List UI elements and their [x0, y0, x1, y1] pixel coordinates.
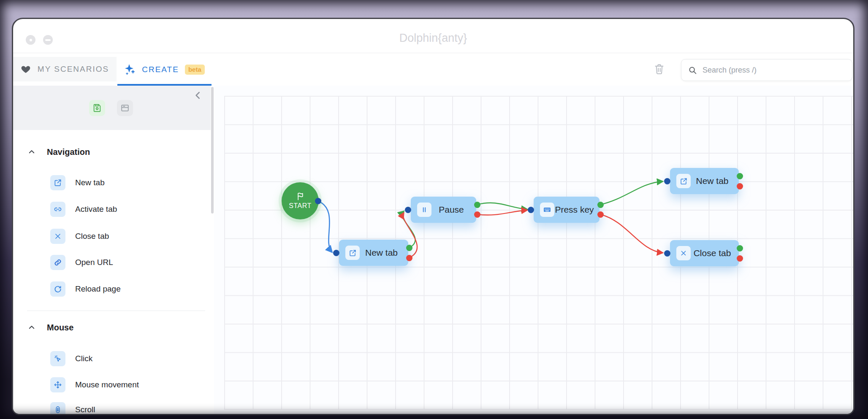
flag-icon [296, 192, 305, 201]
port-pause-input[interactable] [405, 207, 411, 213]
node-press-key[interactable]: Press key [534, 197, 599, 223]
sidebar-item-open-url[interactable]: Open URL [50, 253, 113, 272]
sidebar-item-mouse-movement[interactable]: Mouse movement [50, 376, 139, 394]
main-content: Navigation New tab [13, 86, 853, 414]
port-new-tab-1-success[interactable] [406, 245, 412, 251]
port-close-tab-success[interactable] [737, 245, 743, 251]
sidebar-item-label: New tab [75, 178, 105, 187]
new-tab-icon [676, 174, 691, 188]
trash-icon [654, 63, 665, 75]
node-label: Close tab [691, 248, 739, 258]
tab-my-scenarios[interactable]: MY SCENARIOS [13, 57, 117, 81]
chevron-up-icon [28, 148, 35, 156]
chevron-left-icon [193, 90, 203, 101]
node-label: Pause [431, 205, 476, 215]
section-label: Navigation [47, 147, 90, 157]
node-new-tab-2[interactable]: New tab [670, 168, 739, 194]
port-new-tab-1-input[interactable] [333, 250, 339, 256]
edge-pause-success-to-press-key[interactable] [477, 203, 527, 209]
script-view-button[interactable] [117, 100, 133, 116]
new-tab-icon [345, 246, 360, 260]
node-label: New tab [360, 248, 408, 258]
port-close-tab-error[interactable] [737, 255, 743, 262]
new-tab-icon [50, 175, 65, 190]
node-label: Press key [554, 205, 599, 215]
collapse-sidebar-button[interactable] [193, 90, 203, 103]
reload-page-icon [50, 281, 65, 297]
scenario-canvas[interactable]: START New tab [214, 86, 853, 414]
sparkles-icon [124, 64, 136, 76]
node-new-tab-1[interactable]: New tab [339, 240, 408, 266]
sidebar-item-label: Close tab [75, 232, 109, 241]
sidebar-scrollbar[interactable] [211, 87, 214, 214]
tab-bar: MY SCENARIOS CREATE beta [13, 53, 853, 86]
search-box[interactable] [681, 59, 852, 81]
sidebar-item-label: Scroll [75, 405, 95, 414]
edge-pause-error-to-press-key[interactable] [477, 210, 527, 215]
edge-press-key-success-to-new-tab-2[interactable] [600, 181, 662, 205]
edges-layer [214, 86, 853, 414]
pause-icon [417, 203, 431, 217]
browser-window-icon [120, 103, 130, 113]
keyboard-icon [540, 203, 554, 217]
activate-tab-icon [50, 202, 65, 217]
node-pause[interactable]: Pause [411, 197, 476, 223]
sidebar-item-new-tab[interactable]: New tab [50, 173, 105, 192]
port-press-key-input[interactable] [528, 207, 534, 213]
node-label: New tab [691, 176, 739, 186]
tab-my-scenarios-label: MY SCENARIOS [38, 65, 109, 74]
port-pause-success[interactable] [474, 202, 480, 208]
section-label: Mouse [47, 323, 73, 332]
sidebar-item-label: Open URL [75, 258, 113, 267]
sidebar-item-scroll[interactable]: Scroll [50, 400, 95, 415]
edge-start-to-new-tab-1[interactable] [318, 201, 332, 252]
window-title: Dolphin{anty} [13, 32, 853, 45]
sidebar-item-label: Reload page [75, 284, 121, 294]
port-new-tab-2-input[interactable] [664, 178, 670, 184]
close-tab-icon [50, 229, 65, 244]
sidebar-item-label: Activate tab [75, 205, 117, 214]
section-divider [27, 311, 205, 311]
port-start-output[interactable] [315, 198, 321, 204]
section-header-navigation[interactable]: Navigation [28, 144, 90, 159]
save-scenario-button[interactable] [89, 100, 105, 116]
mouse-movement-icon [50, 377, 65, 392]
app-window: Dolphin{anty} MY SCENARIOS CREATE beta [12, 18, 854, 415]
sidebar-item-label: Click [75, 354, 92, 363]
beta-badge: beta [185, 65, 205, 75]
node-close-tab[interactable]: Close tab [670, 240, 739, 266]
edge-press-key-error-to-close-tab[interactable] [600, 214, 662, 253]
heart-icon [21, 64, 31, 74]
port-press-key-success[interactable] [597, 202, 604, 208]
port-close-tab-input[interactable] [664, 250, 670, 257]
sidebar-item-click[interactable]: Click [50, 349, 92, 368]
node-start[interactable]: START [282, 182, 319, 219]
scroll-icon [50, 402, 65, 415]
tab-create-label: CREATE [142, 65, 179, 74]
sidebar-header [13, 86, 211, 130]
close-tab-icon [676, 246, 691, 260]
sidebar-item-label: Mouse movement [75, 380, 139, 389]
port-press-key-error[interactable] [597, 211, 604, 218]
sidebar-item-reload-page[interactable]: Reload page [50, 280, 121, 298]
chevron-up-icon [28, 324, 35, 331]
save-icon [92, 103, 102, 113]
port-new-tab-2-error[interactable] [737, 183, 743, 189]
sidebar-item-activate-tab[interactable]: Activate tab [50, 200, 117, 219]
search-input[interactable] [702, 65, 846, 75]
title-bar: Dolphin{anty} [13, 19, 853, 53]
port-new-tab-2-success[interactable] [737, 173, 743, 179]
desktop-background: Dolphin{anty} MY SCENARIOS CREATE beta [0, 0, 868, 419]
search-icon [688, 66, 697, 75]
port-pause-error[interactable] [474, 211, 480, 218]
open-url-icon [50, 255, 65, 270]
click-icon [50, 351, 65, 366]
actions-sidebar: Navigation New tab [13, 86, 214, 414]
section-header-mouse[interactable]: Mouse [28, 320, 73, 335]
node-label: START [289, 202, 311, 210]
tab-create[interactable]: CREATE beta [117, 53, 212, 86]
sidebar-item-close-tab[interactable]: Close tab [50, 227, 109, 246]
delete-scenario-button[interactable] [654, 63, 665, 76]
port-new-tab-1-error[interactable] [406, 255, 412, 261]
